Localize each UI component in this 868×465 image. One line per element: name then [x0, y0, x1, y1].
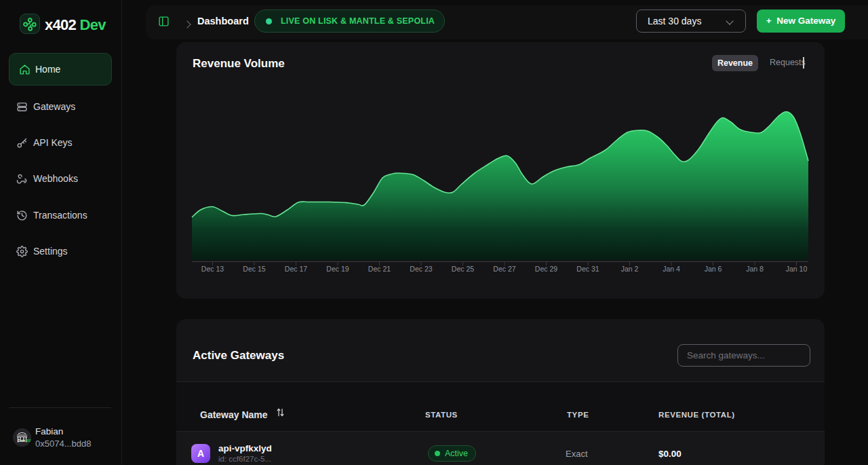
svg-text:Jan 8: Jan 8 [746, 265, 764, 273]
svg-text:Dec 19: Dec 19 [326, 265, 349, 273]
svg-text:Jan 6: Jan 6 [705, 265, 722, 273]
svg-text:Dec 23: Dec 23 [410, 265, 432, 273]
svg-text:Dec 31: Dec 31 [576, 265, 599, 273]
svg-text:Dec 29: Dec 29 [535, 265, 557, 273]
svg-text:Jan 4: Jan 4 [663, 265, 680, 273]
svg-text:Jan 2: Jan 2 [621, 265, 639, 273]
svg-text:Dec 13: Dec 13 [201, 265, 224, 273]
svg-text:Jan 10: Jan 10 [786, 265, 808, 273]
svg-text:Dec 27: Dec 27 [493, 265, 515, 273]
svg-text:Gate402: Gate402 [18, 439, 31, 443]
svg-text:Dec 25: Dec 25 [452, 265, 474, 273]
svg-text:Dec 15: Dec 15 [243, 265, 265, 273]
svg-text:Dec 17: Dec 17 [285, 265, 307, 273]
svg-text:Dec 21: Dec 21 [368, 265, 391, 273]
